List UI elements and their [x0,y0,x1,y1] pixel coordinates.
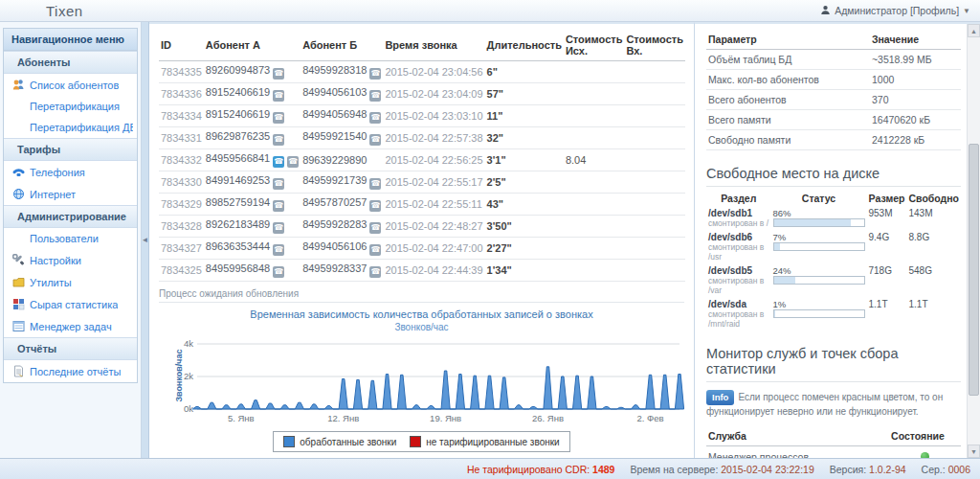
service-name: Менеджер процессов [706,446,889,458]
call-cell [564,61,625,83]
call-cell [624,61,685,83]
sidebar-item-настройки[interactable]: Настройки [4,249,137,271]
subscriber-card-icon[interactable]: ☎ [369,244,381,256]
calls-column-header[interactable]: Стоимость Исх. [564,30,625,61]
sidebar-item-label: Утилиты [30,277,72,288]
calls-column-header[interactable]: Абонент Б [301,30,383,61]
calls-chart-svg: 4k2k0k5. Янв12. Янв19. Янв26. Янв2. Фев [172,334,684,427]
call-cell [624,260,685,282]
param-cell: 2412228 кБ [870,130,961,150]
call-cell: 84959928318☎ [301,61,383,83]
chevron-down-icon: ▼ [963,7,970,15]
serial-status: Сер.: 0006 [922,464,970,475]
subscriber-card-icon[interactable]: ☎ [287,156,299,168]
call-row[interactable]: 783433189629876235☎84959921540☎2015-02-0… [159,127,685,149]
subscriber-card-icon[interactable]: ☎ [369,178,381,190]
call-cell: 57" [485,83,564,105]
call-cell: 7834335 [159,61,204,83]
legend-label: не тарифицированные звонки [426,437,559,447]
disk-device: /dev/sdb5 [708,265,769,276]
subscriber-card-icon[interactable]: ☎ [369,90,381,102]
calls-column-header[interactable]: Время звонка [383,30,484,61]
sidebar-section-3[interactable]: Отчёты [4,337,137,360]
calls-column-header[interactable]: Стоимость Вх. [624,30,685,61]
legend-swatch [283,436,295,447]
sidebar-splitter[interactable]: ◄ [142,22,149,458]
subscriber-card-icon[interactable]: ☎ [369,134,381,146]
sidebar-item-утилиты[interactable]: Утилиты [4,271,137,293]
sidebar-item-перетарификация-дво[interactable]: Перетарификация ДВО [4,117,137,138]
disk-usage-bar [773,242,865,251]
sidebar-item-перетарификация[interactable]: Перетарификация [4,96,137,117]
subscriber-card-icon[interactable]: ☎ [273,178,284,190]
call-cell [564,83,625,105]
svg-text:4k: 4k [184,338,193,349]
subscriber-card-icon-blue[interactable]: ☎ [273,156,284,168]
call-cell: 89629876235☎ [204,127,301,149]
call-row[interactable]: 783433689152406619☎84994056103☎2015-02-0… [159,83,685,105]
sidebar-item-label: Сырая статистика [30,299,118,310]
subscriber-card-icon[interactable]: ☎ [273,112,284,124]
call-cell [624,194,685,216]
services-section-title: Монитор служб и точек сбора статистики [706,346,961,382]
sidebar-section-0[interactable]: Абоненты [4,51,137,74]
chart-panel-caption: Процесс ожидания обновления [159,282,684,303]
call-row[interactable]: 783432989852759194☎84957870257☎2015-02-0… [159,194,685,216]
sidebar-item-label: Перетарификация [30,101,120,112]
call-cell: 7834325 [159,260,204,282]
scrollbar-thumb[interactable] [969,144,979,397]
right-panel-scrollbar[interactable]: ▲ ▼ [967,24,980,458]
disk-free: 143M [907,206,962,230]
subscriber-card-icon[interactable]: ☎ [273,244,284,256]
subscriber-card-icon[interactable]: ☎ [273,68,284,80]
call-cell [564,171,625,194]
subscriber-card-icon[interactable]: ☎ [273,222,284,234]
calls-column-header[interactable]: Длительность [485,30,564,61]
calls-column-header[interactable]: ID [159,30,204,61]
status-bar: Не тарифицировано CDR: 1489 Время на сер… [0,458,980,479]
sidebar-item-телефония[interactable]: Телефония [4,161,137,183]
subscriber-card-icon[interactable]: ☎ [369,68,381,80]
sidebar-item-сырая-статистика[interactable]: Сырая статистика [4,293,137,315]
sidebar-item-интернет[interactable]: Интернет [4,183,137,205]
call-cell [624,171,685,194]
call-row[interactable]: 783433589260994873☎84959928318☎2015-02-0… [159,61,685,83]
calls-column-header[interactable]: Абонент А [204,30,301,61]
call-row[interactable]: 783432889262183489☎84959928283☎2015-02-0… [159,216,685,238]
scroll-down-icon[interactable]: ▼ [968,445,980,458]
subscriber-card-icon[interactable]: ☎ [369,266,381,278]
sidebar-section-1[interactable]: Тарифы [4,138,137,161]
profile-menu[interactable]: Администратор [Профиль] ▼ [820,5,970,17]
call-cell: 2'5" [485,171,564,194]
collapse-arrow-icon[interactable]: ◄ [142,236,149,244]
disk-percent: 7% [773,232,865,242]
subscriber-card-icon[interactable]: ☎ [273,90,284,102]
call-row[interactable]: 783433489152406619☎84994056948☎2015-02-0… [159,105,685,127]
disk-size: 9.4G [867,230,907,263]
call-cell: 89262183489☎ [204,216,301,238]
call-row[interactable]: 783433084991469253☎84959921739☎2015-02-0… [159,171,685,194]
sidebar-item-менеджер-задач[interactable]: Менеджер задач [4,315,137,337]
sidebar-item-последние-отчёты[interactable]: Последние отчёты [4,360,137,382]
call-row[interactable]: 783432584959956848☎84959928337☎2015-02-0… [159,260,685,282]
sidebar-section-2[interactable]: Администрирование [4,205,137,228]
call-row[interactable]: 783432789636353444☎84994056106☎2015-02-0… [159,238,685,260]
scroll-up-icon[interactable]: ▲ [968,24,980,37]
legend-swatch [410,436,421,447]
sidebar-item-список-абонентов[interactable]: Список абонентов [4,74,137,96]
call-cell [564,127,625,149]
subscriber-card-icon[interactable]: ☎ [273,134,284,146]
call-cell: 84959566841☎☎ [204,149,301,171]
subscriber-card-icon[interactable]: ☎ [369,222,381,234]
scrollbar-track[interactable] [968,37,980,445]
call-row[interactable]: 783433284959566841☎☎896392298902015-02-0… [159,149,685,171]
call-cell: 89852759194☎ [204,194,301,216]
subscriber-card-icon[interactable]: ☎ [273,266,284,278]
svg-text:5. Янв: 5. Янв [228,413,255,423]
disk-usage-bar [773,309,865,318]
subscriber-card-icon[interactable]: ☎ [273,200,284,212]
sidebar-item-пользователи[interactable]: Пользователи [4,228,137,249]
disk-mount: смонтирован в /usr [708,242,769,262]
subscriber-card-icon[interactable]: ☎ [369,200,381,212]
subscriber-card-icon[interactable]: ☎ [369,112,381,124]
